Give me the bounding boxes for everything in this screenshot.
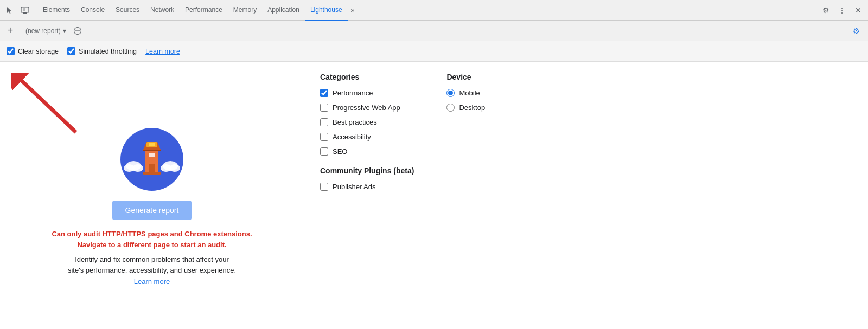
close-icon[interactable]: ✕ xyxy=(851,3,866,18)
device-desktop[interactable]: Desktop xyxy=(446,104,485,112)
tab-sources[interactable]: Sources xyxy=(110,0,145,21)
cursor-icon[interactable] xyxy=(2,3,17,18)
lighthouse-settings-icon[interactable]: ⚙ xyxy=(848,23,864,38)
svg-rect-14 xyxy=(143,150,161,151)
svg-rect-12 xyxy=(149,164,155,173)
simulated-throttling-checkbox[interactable] xyxy=(67,47,75,55)
arrow-annotation xyxy=(11,73,87,138)
device-desktop-radio[interactable] xyxy=(446,104,455,112)
right-panel: Categories Performance Progressive Web A… xyxy=(304,62,868,329)
description-text: Identify and fix common problems that af… xyxy=(68,254,236,275)
tab-application[interactable]: Application xyxy=(262,0,305,21)
tab-elements[interactable]: Elements xyxy=(37,0,75,21)
left-panel: Generate report Can only audit HTTP/HTTP… xyxy=(0,62,304,329)
add-report-button[interactable]: + xyxy=(4,25,16,37)
category-accessibility-checkbox[interactable] xyxy=(320,133,328,141)
category-pwa-checkbox[interactable] xyxy=(320,104,328,112)
devtools-tab-bar: Elements Console Sources Network Perform… xyxy=(0,0,868,21)
community-section: Community Plugins (beta) Publisher Ads xyxy=(320,166,414,191)
tab-separator-2 xyxy=(360,5,360,15)
svg-rect-15 xyxy=(143,172,161,175)
lighthouse-logo xyxy=(119,127,184,192)
device-mobile[interactable]: Mobile xyxy=(446,89,485,97)
tab-network[interactable]: Network xyxy=(145,0,180,21)
clear-storage-label[interactable]: Clear storage xyxy=(7,47,59,55)
clear-report-button[interactable] xyxy=(72,25,84,37)
categories-section: Categories Performance Progressive Web A… xyxy=(320,73,414,318)
community-title: Community Plugins (beta) xyxy=(320,166,414,175)
category-best-practices-checkbox[interactable] xyxy=(320,118,328,126)
svg-point-21 xyxy=(169,164,180,172)
category-best-practices[interactable]: Best practices xyxy=(320,118,414,126)
svg-rect-2 xyxy=(23,8,25,11)
tab-console[interactable]: Console xyxy=(75,0,110,21)
more-options-icon[interactable]: ⋮ xyxy=(834,3,850,18)
community-publisher-ads-checkbox[interactable] xyxy=(320,183,328,191)
chevron-down-icon: ▾ xyxy=(63,27,66,35)
gear-icon[interactable]: ⚙ xyxy=(818,3,833,18)
report-dropdown[interactable]: (new report) ▾ xyxy=(23,26,68,36)
devtools-right-icons: ⚙ ⋮ ✕ xyxy=(818,3,866,18)
category-performance-checkbox[interactable] xyxy=(320,89,328,97)
tab-memory[interactable]: Memory xyxy=(228,0,262,21)
generate-report-button[interactable]: Generate report xyxy=(112,201,192,220)
toolbar-separator xyxy=(20,26,20,36)
error-message: Can only audit HTTP/HTTPS pages and Chro… xyxy=(52,229,252,250)
lighthouse-toolbar: + (new report) ▾ ⚙ xyxy=(0,21,868,41)
svg-rect-1 xyxy=(23,12,27,14)
clear-storage-checkbox[interactable] xyxy=(7,47,15,55)
category-seo-checkbox[interactable] xyxy=(320,147,328,156)
categories-title: Categories xyxy=(320,73,414,81)
svg-rect-13 xyxy=(149,153,155,157)
main-content: Generate report Can only audit HTTP/HTTP… xyxy=(0,62,868,329)
tab-lighthouse[interactable]: Lighthouse xyxy=(305,0,348,21)
device-mode-icon[interactable] xyxy=(17,3,33,18)
options-row: Clear storage Simulated throttling Learn… xyxy=(0,41,868,62)
simulated-throttling-label[interactable]: Simulated throttling xyxy=(67,47,137,55)
tab-separator-1 xyxy=(35,5,35,15)
category-seo[interactable]: SEO xyxy=(320,147,414,156)
device-mobile-radio[interactable] xyxy=(446,89,455,97)
tab-more-button[interactable]: » xyxy=(348,7,358,14)
category-pwa[interactable]: Progressive Web App xyxy=(320,104,414,112)
svg-point-18 xyxy=(132,164,143,172)
svg-line-6 xyxy=(22,81,76,132)
tab-performance[interactable]: Performance xyxy=(180,0,228,21)
category-accessibility[interactable]: Accessibility xyxy=(320,133,414,141)
svg-rect-11 xyxy=(149,143,155,146)
main-learn-more-link[interactable]: Learn more xyxy=(134,278,170,286)
category-performance[interactable]: Performance xyxy=(320,89,414,97)
device-section: Device Mobile Desktop xyxy=(446,73,485,318)
community-publisher-ads[interactable]: Publisher Ads xyxy=(320,183,414,191)
device-title: Device xyxy=(446,73,485,81)
throttling-learn-more-link[interactable]: Learn more xyxy=(145,48,180,55)
